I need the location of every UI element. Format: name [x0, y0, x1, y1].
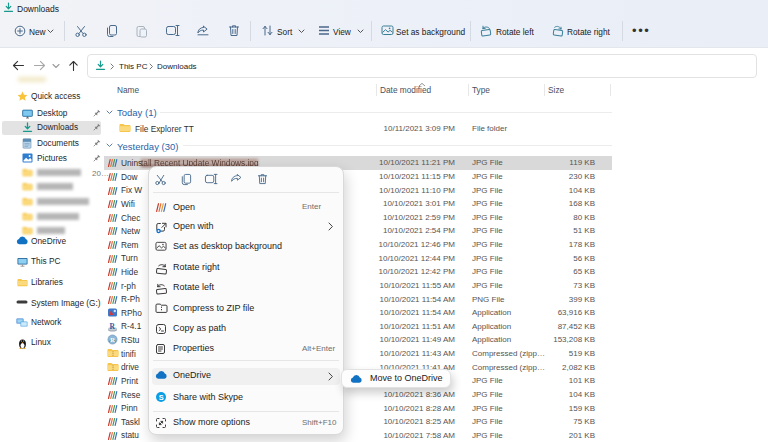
- svg-text:S: S: [159, 393, 164, 402]
